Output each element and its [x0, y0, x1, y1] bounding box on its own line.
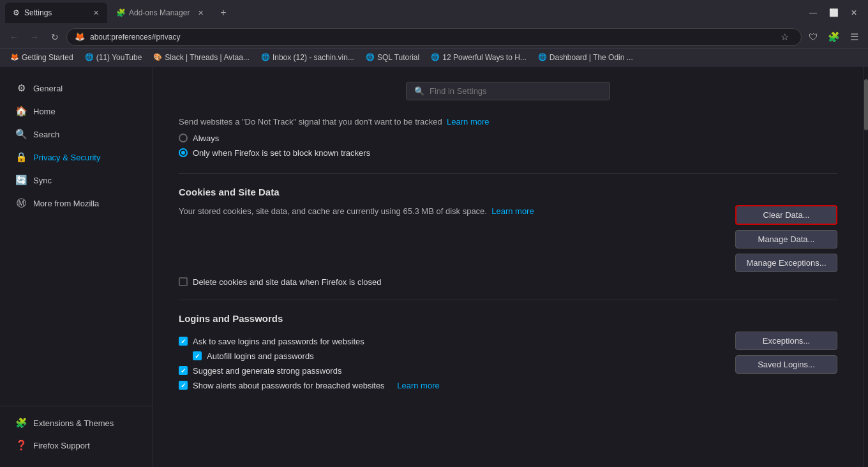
hamburger-menu-button[interactable]: ☰ — [845, 28, 863, 46]
getting-started-icon: 🦊 — [10, 53, 19, 61]
shield-icon[interactable]: 🛡 — [804, 28, 822, 46]
bookmarks-bar: 🦊 Getting Started 🌐 (11) YouTube 🎨 Slack… — [0, 49, 868, 66]
privacy-icon: 🔒 — [15, 151, 27, 163]
sidebar-item-support[interactable]: ❓ Firefox Support — [5, 434, 147, 456]
12ways-icon: 🌐 — [431, 53, 440, 61]
logins-section: Logins and Passwords Ask to save logins … — [179, 300, 837, 395]
find-settings-bar: 🔍 — [406, 82, 610, 100]
sidebar-item-privacy[interactable]: 🔒 Privacy & Security — [5, 146, 147, 168]
clear-data-button[interactable]: Clear Data... — [735, 205, 837, 225]
do-not-track-section: Send websites a "Do Not Track" signal th… — [179, 116, 837, 158]
find-settings-input[interactable] — [430, 86, 602, 96]
bookmark-inbox[interactable]: 🌐 Inbox (12) - sachin.vin... — [256, 52, 359, 63]
settings-tab-label: Settings — [24, 8, 52, 17]
bookmark-dashboard[interactable]: 🌐 Dashboard | The Odin ... — [533, 52, 638, 63]
tab-addons[interactable]: 🧩 Add-ons Manager ✕ — [110, 3, 212, 23]
sidebar-item-more[interactable]: Ⓜ More from Mozilla — [5, 192, 147, 214]
alerts-learn-more[interactable]: Learn more — [397, 381, 439, 390]
close-button[interactable]: ✕ — [845, 4, 863, 22]
manage-exceptions-button[interactable]: Manage Exceptions... — [735, 254, 837, 272]
search-icon: 🔍 — [15, 128, 27, 140]
cookies-row: Your stored cookies, site data, and cach… — [179, 205, 837, 272]
radio-only[interactable]: Only when Firefox is set to block known … — [179, 148, 837, 158]
sidebar-item-search[interactable]: 🔍 Search — [5, 123, 147, 145]
forward-button[interactable]: → — [26, 28, 43, 46]
sidebar-support-label: Firefox Support — [33, 441, 90, 450]
bookmark-dashboard-label: Dashboard | The Odin ... — [550, 53, 633, 62]
bookmark-12ways[interactable]: 🌐 12 Powerful Ways to H... — [426, 52, 532, 63]
alerts-label: Show alerts about passwords for breached… — [193, 381, 385, 390]
support-icon: ❓ — [15, 440, 27, 451]
radio-only-circle — [179, 148, 188, 157]
suggest-checkbox-item[interactable]: Suggest and generate strong passwords — [179, 366, 722, 376]
sidebar-item-general[interactable]: ⚙ General — [5, 77, 147, 99]
window-controls: — ⬜ ✕ — [804, 4, 863, 22]
bookmark-sql[interactable]: 🌐 SQL Tutorial — [361, 52, 424, 63]
scrollbar[interactable] — [863, 66, 868, 467]
exceptions-button[interactable]: Exceptions... — [735, 332, 837, 350]
bookmark-getting-started[interactable]: 🦊 Getting Started — [5, 52, 79, 63]
ask-save-checkbox-item[interactable]: Ask to save logins and passwords for web… — [179, 337, 722, 346]
slack-icon: 🎨 — [153, 53, 162, 61]
autofill-checkbox-item[interactable]: Autofill logins and passwords — [193, 351, 722, 361]
extensions-icon[interactable]: 🧩 — [825, 28, 842, 46]
new-tab-button[interactable]: + — [214, 4, 232, 22]
back-button[interactable]: ← — [5, 28, 23, 46]
general-icon: ⚙ — [15, 82, 27, 94]
sidebar-search-label: Search — [33, 130, 59, 139]
manage-data-button[interactable]: Manage Data... — [735, 230, 837, 249]
sidebar-item-home[interactable]: 🏠 Home — [5, 100, 147, 122]
reload-button[interactable]: ↻ — [46, 28, 64, 46]
maximize-button[interactable]: ⬜ — [825, 4, 842, 22]
logins-buttons: Exceptions... Saved Logins... — [735, 332, 837, 374]
autofill-checkbox — [193, 351, 202, 360]
suggest-label: Suggest and generate strong passwords — [193, 366, 341, 376]
radio-always-circle — [179, 134, 188, 142]
radio-only-label: Only when Firefox is set to block known … — [193, 148, 370, 158]
sql-icon: 🌐 — [366, 53, 375, 61]
minimize-button[interactable]: — — [804, 4, 822, 22]
settings-tab-icon: ⚙ — [11, 8, 20, 17]
cookies-section-title: Cookies and Site Data — [179, 187, 837, 197]
autofill-label: Autofill logins and passwords — [207, 351, 314, 361]
radio-always[interactable]: Always — [179, 134, 837, 143]
suggest-checkbox — [179, 366, 188, 375]
radio-always-label: Always — [193, 134, 219, 143]
sidebar-extensions-label: Extensions & Themes — [33, 418, 114, 428]
delete-cookies-checkbox-item[interactable]: Delete cookies and site data when Firefo… — [179, 277, 837, 287]
sidebar-item-extensions[interactable]: 🧩 Extensions & Themes — [5, 412, 147, 434]
bookmark-inbox-label: Inbox (12) - sachin.vin... — [273, 53, 354, 62]
inbox-icon: 🌐 — [261, 53, 270, 61]
titlebar: ⚙ Settings ✕ 🧩 Add-ons Manager ✕ + — ⬜ ✕ — [0, 0, 868, 26]
firefox-icon: 🦊 — [75, 32, 85, 42]
cookies-buttons: Clear Data... Manage Data... Manage Exce… — [735, 205, 837, 272]
do-not-track-radio-group: Always Only when Firefox is set to block… — [179, 134, 837, 158]
bookmark-youtube[interactable]: 🌐 (11) YouTube — [80, 52, 147, 63]
alerts-checkbox-item[interactable]: Show alerts about passwords for breached… — [179, 381, 722, 390]
do-not-track-learn-more[interactable]: Learn more — [447, 117, 489, 126]
delete-cookies-label: Delete cookies and site data when Firefo… — [193, 277, 382, 287]
bookmark-slack[interactable]: 🎨 Slack | Threads | Avtaa... — [148, 52, 255, 63]
delete-cookies-checkbox — [179, 277, 188, 286]
logins-section-title: Logins and Passwords — [179, 313, 837, 324]
sidebar-item-sync[interactable]: 🔄 Sync — [5, 169, 147, 191]
bookmark-star-icon[interactable]: ☆ — [775, 28, 793, 46]
do-not-track-description: Send websites a "Do Not Track" signal th… — [179, 116, 837, 128]
youtube-icon: 🌐 — [85, 53, 94, 61]
addons-tab-label: Add-ons Manager — [129, 8, 190, 17]
main-layout: ⚙ General 🏠 Home 🔍 Search 🔒 Privacy & Se… — [0, 66, 868, 467]
sidebar-sync-label: Sync — [33, 176, 52, 185]
sidebar-bottom: 🧩 Extensions & Themes ❓ Firefox Support — [0, 406, 153, 457]
extensions-sidebar-icon: 🧩 — [15, 417, 27, 429]
ask-save-checkbox — [179, 337, 188, 346]
settings-tab-close[interactable]: ✕ — [91, 8, 101, 18]
address-bar[interactable]: 🦊 about:preferences#privacy ☆ — [66, 28, 802, 46]
tab-settings[interactable]: ⚙ Settings ✕ — [5, 3, 107, 23]
cookies-learn-more[interactable]: Learn more — [491, 206, 534, 216]
bookmark-youtube-label: (11) YouTube — [96, 53, 142, 62]
addons-tab-close[interactable]: ✕ — [195, 8, 206, 18]
more-icon: Ⓜ — [15, 197, 27, 209]
saved-logins-button[interactable]: Saved Logins... — [735, 355, 837, 374]
find-search-icon: 🔍 — [414, 86, 424, 96]
scrollbar-thumb — [864, 79, 868, 130]
